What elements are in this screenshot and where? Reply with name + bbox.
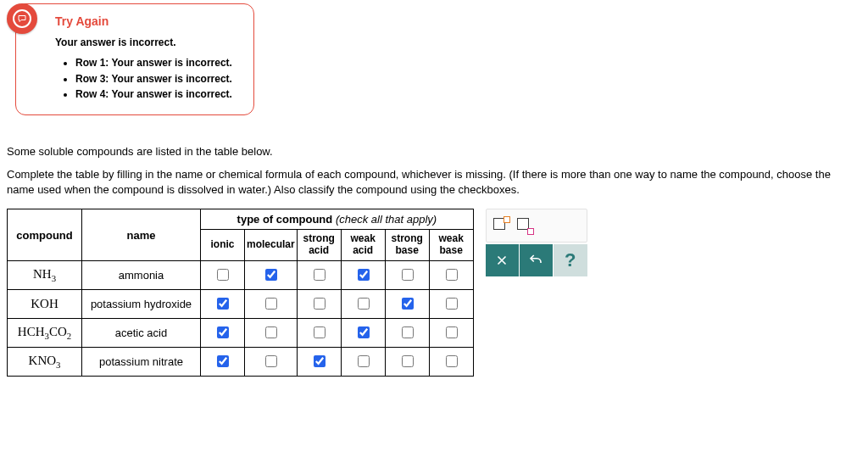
checkbox-cell-strong_acid <box>297 260 341 289</box>
checkbox-ionic[interactable] <box>217 269 229 281</box>
th-molecular: molecular <box>245 230 298 261</box>
checkbox-cell-strong_base <box>385 289 429 318</box>
checkbox-cell-weak_base <box>429 289 473 318</box>
undo-button[interactable] <box>520 244 554 276</box>
th-strong-base: strongbase <box>385 230 429 261</box>
feedback-list: Row 1: Your answer is incorrect. Row 3: … <box>55 55 240 103</box>
th-ionic: ionic <box>201 230 245 261</box>
formula-cell[interactable]: KNO3 <box>8 347 82 376</box>
checkbox-ionic[interactable] <box>217 298 229 310</box>
th-weak-base: weakbase <box>429 230 473 261</box>
table-row: HCH3CO2acetic acid <box>8 318 474 347</box>
checkbox-cell-molecular <box>245 347 298 376</box>
checkbox-strong_acid[interactable] <box>314 326 326 338</box>
checkbox-strong_acid[interactable] <box>314 269 326 281</box>
th-weak-acid: weakacid <box>341 230 385 261</box>
clear-button[interactable] <box>486 244 520 276</box>
checkbox-cell-molecular <box>245 289 298 318</box>
checkbox-strong_acid[interactable] <box>314 355 326 367</box>
feedback-subtitle: Your answer is incorrect. <box>55 36 240 48</box>
checkbox-cell-strong_base <box>385 318 429 347</box>
th-type-group: type of compound (check all that apply) <box>201 209 474 230</box>
checkbox-cell-weak_base <box>429 318 473 347</box>
checkbox-strong_base[interactable] <box>402 326 414 338</box>
name-cell[interactable]: potassium hydroxide <box>82 289 201 318</box>
checkbox-strong_base[interactable] <box>402 298 414 310</box>
superscript-tool-icon[interactable] <box>493 218 509 233</box>
table-row: KOHpotassium hydroxide <box>8 289 474 318</box>
checkbox-strong_base[interactable] <box>402 355 414 367</box>
checkbox-cell-molecular <box>245 318 298 347</box>
checkbox-cell-strong_acid <box>297 289 341 318</box>
checkbox-weak_base[interactable] <box>446 355 458 367</box>
feedback-title: Try Again <box>55 14 240 28</box>
checkbox-cell-weak_base <box>429 260 473 289</box>
table-row: NH3ammonia <box>8 260 474 289</box>
checkbox-cell-ionic <box>201 289 245 318</box>
checkbox-weak_base[interactable] <box>446 298 458 310</box>
checkbox-strong_base[interactable] <box>402 269 414 281</box>
checkbox-cell-ionic <box>201 318 245 347</box>
name-cell[interactable]: potassium nitrate <box>82 347 201 376</box>
checkbox-molecular[interactable] <box>265 326 277 338</box>
checkbox-cell-strong_base <box>385 260 429 289</box>
checkbox-weak_acid[interactable] <box>358 326 370 338</box>
checkbox-cell-strong_base <box>385 347 429 376</box>
th-name: name <box>82 209 201 261</box>
checkbox-cell-weak_acid <box>341 260 385 289</box>
feedback-item: Row 4: Your answer is incorrect. <box>75 86 240 103</box>
checkbox-weak_acid[interactable] <box>358 269 370 281</box>
th-strong-acid: strongacid <box>297 230 341 261</box>
formula-cell[interactable]: KOH <box>8 289 82 318</box>
checkbox-cell-weak_acid <box>341 318 385 347</box>
instructions: Some soluble compounds are listed in the… <box>7 144 861 199</box>
checkbox-cell-weak_base <box>429 347 473 376</box>
table-row: KNO3potassium nitrate <box>8 347 474 376</box>
compound-table: compound name type of compound (check al… <box>7 209 474 377</box>
checkbox-weak_acid[interactable] <box>358 355 370 367</box>
th-compound: compound <box>8 209 82 261</box>
checkbox-weak_acid[interactable] <box>358 298 370 310</box>
checkbox-strong_acid[interactable] <box>314 298 326 310</box>
checkbox-molecular[interactable] <box>265 269 277 281</box>
checkbox-cell-molecular <box>245 260 298 289</box>
checkbox-molecular[interactable] <box>265 355 277 367</box>
checkbox-cell-strong_acid <box>297 347 341 376</box>
checkbox-cell-weak_acid <box>341 289 385 318</box>
feedback-item: Row 3: Your answer is incorrect. <box>75 71 240 87</box>
checkbox-molecular[interactable] <box>265 298 277 310</box>
checkbox-cell-strong_acid <box>297 318 341 347</box>
checkbox-weak_base[interactable] <box>446 269 458 281</box>
instructions-p1: Some soluble compounds are listed in the… <box>7 144 861 160</box>
formula-cell[interactable]: HCH3CO2 <box>8 318 82 347</box>
checkbox-weak_base[interactable] <box>446 326 458 338</box>
instructions-p2: Complete the table by filling in the nam… <box>7 167 861 199</box>
help-button[interactable]: ? <box>554 244 587 276</box>
checkbox-cell-ionic <box>201 260 245 289</box>
name-cell[interactable]: ammonia <box>82 260 201 289</box>
subscript-tool-icon[interactable] <box>517 218 532 233</box>
feedback-panel: Try Again Your answer is incorrect. Row … <box>7 3 861 115</box>
name-cell[interactable]: acetic acid <box>82 318 201 347</box>
checkbox-cell-ionic <box>201 347 245 376</box>
formula-cell[interactable]: NH3 <box>8 260 82 289</box>
checkbox-ionic[interactable] <box>217 355 229 367</box>
checkbox-ionic[interactable] <box>217 326 229 338</box>
equation-tools <box>486 209 587 243</box>
feedback-chat-icon <box>7 3 37 34</box>
side-toolbar: ? <box>486 209 587 276</box>
checkbox-cell-weak_acid <box>341 347 385 376</box>
feedback-item: Row 1: Your answer is incorrect. <box>75 55 240 71</box>
